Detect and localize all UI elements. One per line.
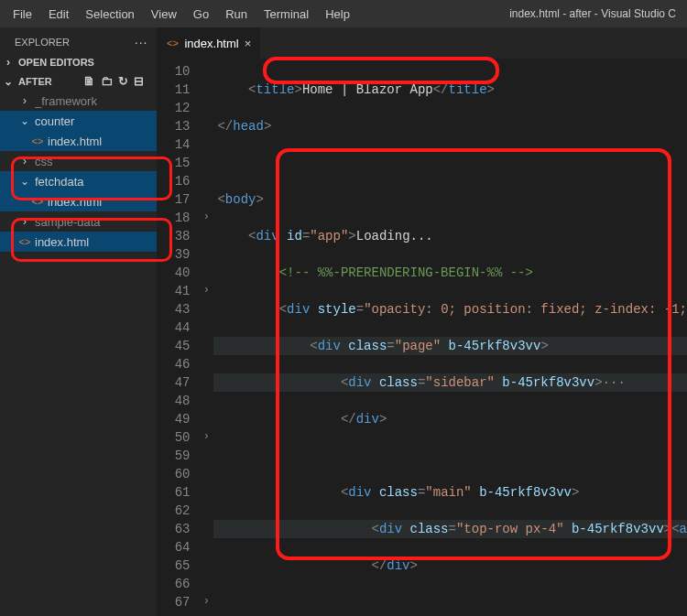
fold-icon[interactable] [199,282,213,300]
folder-fetchdata[interactable]: fetchdata [0,171,157,191]
chevron-right-icon [18,155,31,168]
explorer-title: EXPLORER [15,37,70,48]
fold-icon[interactable] [199,593,213,611]
menu-bar: File Edit Selection View Go Run Terminal… [5,4,357,25]
explorer-sidebar: EXPLORER ··· OPEN EDITORS AFTER 🗎 🗀 ↻ ⊟ … [0,27,157,616]
line-num: 12 [157,99,190,117]
menu-run[interactable]: Run [218,4,255,25]
window-title: index.html - after - Visual Studio C [357,7,682,20]
menu-go[interactable]: Go [186,4,216,25]
new-folder-icon[interactable]: 🗀 [101,74,113,88]
explorer-header: EXPLORER ··· [0,27,157,53]
chevron-right-icon [18,94,31,107]
workspace-root-section[interactable]: AFTER 🗎 🗀 ↻ ⊟ [0,71,157,91]
folder-label: fetchdata [35,175,157,189]
line-num: 64 [157,538,190,557]
collapse-icon[interactable]: ⊟ [134,74,144,88]
folder-label: sample-data [35,215,157,229]
line-num: 41 [157,282,190,300]
tab-label: index.html [184,37,238,50]
html-file-icon [166,37,179,49]
line-num: 63 [157,520,190,538]
menu-edit[interactable]: Edit [41,4,76,25]
file-tree: _framework counter index.html css fetchd… [0,91,157,252]
html-file-icon [31,135,44,147]
line-num: 10 [157,62,190,81]
line-num: 59 [157,447,190,465]
chevron-down-icon [18,175,31,188]
chevron-down-icon [2,75,15,88]
workspace-root-label: AFTER [18,76,52,87]
folder-css[interactable]: css [0,151,157,171]
menu-view[interactable]: View [144,4,184,25]
line-num: 50 [157,428,190,447]
folder-label: counter [35,114,157,128]
menu-help[interactable]: Help [318,4,357,25]
title-bar: File Edit Selection View Go Run Terminal… [0,0,687,27]
refresh-icon[interactable]: ↻ [118,74,128,88]
open-editors-label: OPEN EDITORS [18,57,94,68]
tab-index-html[interactable]: index.html × [157,27,261,59]
line-num: 17 [157,190,190,209]
menu-selection[interactable]: Selection [78,4,141,25]
line-num: 65 [157,557,190,575]
close-icon[interactable]: × [245,37,252,50]
prerender-begin-comment: <!-- %%-PRERENDERING-BEGIN-%% --> [279,265,533,280]
line-num: 18 [157,209,190,227]
new-file-icon[interactable]: 🗎 [83,74,95,88]
line-num: 62 [157,502,190,520]
line-num: 40 [157,264,190,282]
line-num: 48 [157,392,190,410]
code-content[interactable]: <title>Home | Blazor App</title> </head>… [213,59,687,616]
line-num: 60 [157,465,190,483]
html-file-icon [18,235,31,248]
line-num: 47 [157,373,190,392]
fold-icon[interactable] [199,428,213,447]
explorer-actions: 🗎 🗀 ↻ ⊟ [83,74,151,88]
explorer-more-icon[interactable]: ··· [135,35,148,49]
line-num: 49 [157,410,190,428]
line-num: 13 [157,117,190,135]
line-num: 66 [157,575,190,593]
line-num: 11 [157,81,190,99]
folder-counter[interactable]: counter [0,111,157,131]
line-num: 67 [157,593,190,611]
folder-framework[interactable]: _framework [0,91,157,111]
code-editor[interactable]: 10 11 12 13 14 15 16 17 18 38 39 40 41 4… [157,59,687,616]
line-num: 16 [157,172,190,190]
chevron-down-icon [18,114,31,127]
main-layout: EXPLORER ··· OPEN EDITORS AFTER 🗎 🗀 ↻ ⊟ … [0,27,687,616]
fold-icon[interactable] [199,209,213,227]
line-num: 15 [157,154,190,172]
editor-tabs: index.html × [157,27,687,59]
line-gutter: 10 11 12 13 14 15 16 17 18 38 39 40 41 4… [157,59,199,616]
html-file-icon [31,195,44,208]
menu-file[interactable]: File [5,4,39,25]
line-num: 38 [157,227,190,245]
line-num: 45 [157,337,190,355]
chevron-right-icon [18,215,31,228]
line-num: 14 [157,135,190,154]
editor-area: index.html × 10 11 12 13 14 15 16 17 18 … [157,27,687,616]
file-fetchdata-index[interactable]: index.html [0,191,157,211]
folder-sample-data[interactable]: sample-data [0,211,157,232]
file-label: index.html [48,195,157,209]
line-num: 46 [157,355,190,373]
file-root-index[interactable]: index.html [0,232,157,252]
folder-label: css [35,155,157,168]
folder-label: _framework [35,94,157,108]
line-num: 43 [157,300,190,319]
file-counter-index[interactable]: index.html [0,131,157,151]
fold-gutter [199,59,213,616]
line-num: 39 [157,245,190,264]
line-num: 61 [157,483,190,502]
line-num: 44 [157,319,190,337]
chevron-right-icon [2,56,15,69]
file-label: index.html [35,235,157,249]
file-label: index.html [48,135,157,148]
title-text: Home | Blazor App [302,82,433,97]
menu-terminal[interactable]: Terminal [256,4,316,25]
open-editors-section[interactable]: OPEN EDITORS [0,53,157,71]
